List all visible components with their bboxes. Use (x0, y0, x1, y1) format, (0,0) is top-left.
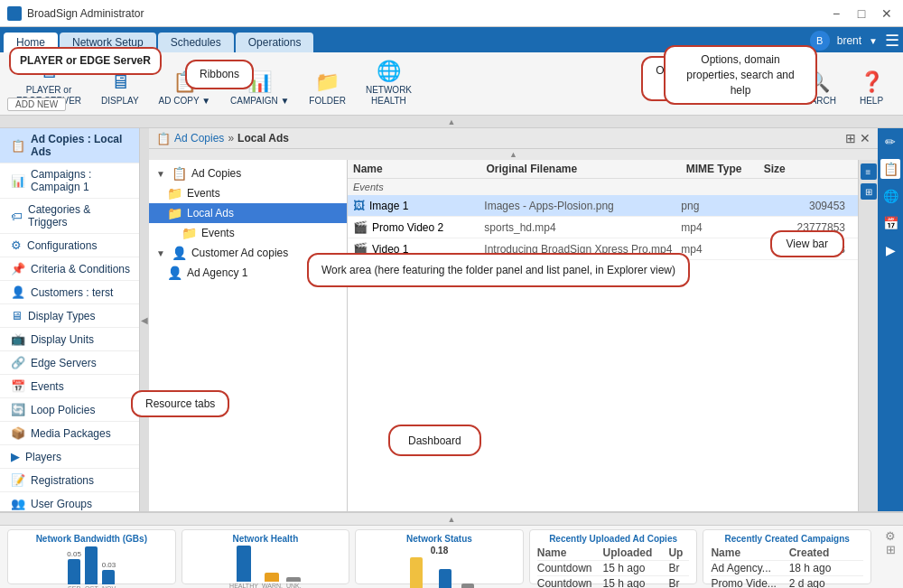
ribbon-network-health[interactable]: 🌐 NETWORKHEALTH (357, 56, 421, 108)
title-bar-controls: − □ ✕ (827, 6, 896, 21)
breadcrumb-root-icon: 📋 (156, 132, 171, 145)
view-bar: ≡ ⊞ (858, 160, 878, 511)
sidebar-item-categories[interactable]: 🏷 Categories & Triggers (0, 199, 139, 234)
list-item-video1[interactable]: 🎬 Video 1 Introducing BroadSign Xpress P… (348, 238, 858, 260)
ribbon-display[interactable]: 🖥 DISPLAY (92, 67, 148, 108)
sidebar-item-media-packages[interactable]: 📦 Media Packages (0, 422, 139, 445)
right-panel-edit-btn[interactable]: ✏ (880, 132, 900, 152)
sidebar-item-registrations[interactable]: 📝 Registrations (0, 469, 139, 492)
tab-schedules[interactable]: Schedules (158, 33, 234, 52)
sidebar-item-display-units[interactable]: 📺 Display Units (0, 328, 139, 351)
sidebar-item-media-packages-label: Media Packages (31, 427, 111, 440)
user-name[interactable]: brent (837, 34, 861, 47)
person-folder-icon: 👤 (172, 246, 187, 260)
bandwidth-title: Network Bandwidth (GBs) (36, 534, 147, 544)
breadcrumb-root[interactable]: Ad Copies (174, 132, 224, 145)
sidebar-item-loop-policies[interactable]: 🔄 Loop Policies (0, 398, 139, 422)
ad-copy-icon: 📋 (172, 70, 197, 94)
right-panel-list-btn[interactable]: 📋 (880, 159, 900, 179)
sidebar-item-display-types-label: Display Types (28, 310, 95, 322)
list-scroll-top: ▲ (149, 149, 878, 160)
maximize-button[interactable]: □ (852, 6, 870, 21)
categories-icon: 🏷 (11, 210, 23, 223)
content-area: 📋 Ad Copies » Local Ads ⊞ ✕ ▲ ▼ (149, 128, 878, 511)
sidebar-item-display-types[interactable]: 🖥 Display Types (0, 304, 139, 328)
edge-servers-icon: 🔗 (11, 356, 25, 369)
dashboard-scroll-top: ▲ (0, 513, 903, 526)
list-item-video1-name: 🎬 Video 1 (353, 242, 484, 256)
ribbon-search[interactable]: 🔍 SEARCH (789, 67, 845, 108)
dashboard-gear-icon[interactable]: ⚙ (885, 529, 896, 543)
recent-uploads-list: Name Uploaded Up Countdown 15 h ago Br C… (537, 546, 690, 588)
sidebar-item-user-groups[interactable]: 👥 User Groups (0, 492, 139, 511)
players-icon: ▶ (11, 450, 20, 463)
status-bar-online (410, 557, 423, 588)
folder-item-events-2[interactable]: 📁 Events (149, 223, 347, 243)
sidebar-item-configurations-label: Configurations (27, 239, 97, 252)
minimize-button[interactable]: − (827, 6, 845, 21)
add-new-button[interactable]: ADD NEW (7, 98, 66, 111)
user-dropdown-icon[interactable]: ▼ (869, 36, 878, 46)
menu-hamburger-icon[interactable]: ☰ (885, 31, 899, 51)
sidebar-item-players[interactable]: ▶ Players (0, 445, 139, 469)
folder-item-ad-agency[interactable]: 👤 Ad Agency 1 (149, 263, 347, 283)
list-item-image1[interactable]: 🖼 Image 1 Images - Apps-Plosion.png png … (348, 195, 858, 217)
title-bar: BroadSign Administrator − □ ✕ (0, 0, 903, 27)
tab-network-setup[interactable]: Network Setup (60, 33, 156, 52)
sidebar-item-events-label: Events (31, 380, 64, 393)
sidebar-item-edge-servers[interactable]: 🔗 Edge Servers (0, 351, 139, 375)
dashboard-card-recent-campaigns: Recently Created Campaigns Name Created … (703, 529, 871, 584)
view-bar-btn-1[interactable]: ≡ (861, 163, 877, 180)
campaigns-row-2[interactable]: Promo Vide... 2 d ago (711, 576, 863, 588)
ribbon-ad-copy[interactable]: 📋 AD COPY ▼ (150, 67, 220, 108)
events-icon: 📅 (11, 379, 25, 393)
col-header-name: Name (353, 163, 486, 175)
folder-label-ad-agency: Ad Agency 1 (187, 266, 247, 279)
folder-label-events1: Events (187, 187, 220, 200)
criteria-icon: 📌 (11, 262, 25, 275)
dashboard-card-health: Network Health HEALTHY WARN. UNK. (182, 529, 350, 584)
folder-label: FOLDER (309, 96, 346, 107)
ribbon-folder[interactable]: 📁 FOLDER (300, 67, 355, 108)
folder-item-events-1[interactable]: 📁 Events (149, 183, 347, 203)
close-button[interactable]: ✕ (878, 6, 896, 21)
sidebar-item-events[interactable]: 📅 Events (0, 375, 139, 398)
search-icon: 🔍 (805, 70, 830, 94)
breadcrumb-restore-button[interactable]: ⊞ (845, 131, 856, 145)
sidebar-collapse-handle[interactable]: ◀ (140, 128, 149, 511)
ad-copy-label: AD COPY ▼ (159, 96, 211, 107)
ribbon-campaign[interactable]: 📊 CAMPAIGN ▼ (221, 67, 298, 108)
right-panel-play-btn[interactable]: ▶ (880, 240, 900, 260)
registrations-icon: 📝 (11, 473, 25, 487)
sidebar-item-campaigns[interactable]: 📊 Campaigns : Campaign 1 (0, 163, 139, 199)
list-item-promo-video2[interactable]: 🎬 Promo Video 2 sports_hd.mp4 mp4 237778… (348, 217, 858, 238)
tab-home[interactable]: Home (4, 33, 58, 52)
dashboard-expand-icon[interactable]: ⊞ (886, 543, 896, 556)
sidebar-item-ad-copies[interactable]: 📋 Ad Copies : Local Ads (0, 128, 139, 163)
sidebar-item-customers[interactable]: 👤 Customers : terst (0, 281, 139, 304)
dashboard-cards: Network Bandwidth (GBs) 0.05 SEP OCT 0.0… (0, 526, 903, 588)
view-bar-btn-2[interactable]: ⊞ (861, 183, 877, 200)
search-label: SEARCH (798, 96, 836, 107)
uploads-row-2[interactable]: Countdown 15 h ago Br (537, 576, 690, 588)
folder-item-local-ads[interactable]: 📁 Local Ads (149, 203, 347, 223)
list-panel: Name Original Filename MIME Type Size Ev… (348, 160, 858, 511)
campaign-label: CAMPAIGN ▼ (230, 96, 289, 107)
tab-operations[interactable]: Operations (236, 33, 314, 52)
sidebar-item-criteria[interactable]: 📌 Criteria & Conditions (0, 257, 139, 281)
breadcrumb-close-button[interactable]: ✕ (860, 131, 870, 145)
right-panel-calendar-btn[interactable]: 📅 (880, 213, 900, 233)
campaigns-row-1[interactable]: Ad Agency... 18 h ago (711, 561, 863, 576)
uploads-row-1[interactable]: Countdown 15 h ago Br (537, 561, 690, 576)
video-file-icon-1: 🎬 (353, 220, 368, 234)
right-panel-network-btn[interactable]: 🌐 (880, 186, 900, 206)
folder-icon-events2: 📁 (182, 226, 197, 240)
sidebar-item-configurations[interactable]: ⚙ Configurations (0, 234, 139, 257)
folder-icon: 📁 (315, 70, 340, 94)
folder-item-ad-copies-root[interactable]: ▼ 📋 Ad Copies (149, 163, 347, 183)
ribbon-help[interactable]: ❓ HELP (847, 67, 896, 108)
bandwidth-bar-oct (85, 546, 98, 584)
help-icon: ❓ (860, 70, 884, 94)
list-item-promo-video2-orig: sports_hd.mp4 (484, 221, 681, 234)
folder-item-customer-ad-copies[interactable]: ▼ 👤 Customer Ad copies (149, 243, 347, 263)
